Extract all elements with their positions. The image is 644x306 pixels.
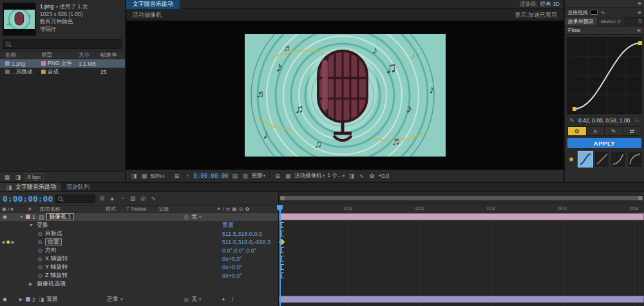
prop-label[interactable]: Z 轴旋转 — [45, 271, 68, 280]
edit-values-icon[interactable]: ✎ — [568, 117, 576, 124]
flow-curve-editor[interactable] — [567, 37, 641, 114]
layer-name-editbox[interactable]: 摄像机 1 — [46, 213, 74, 220]
prop-value[interactable]: 0x+0.0° — [222, 254, 242, 263]
prop-label[interactable]: 方向 — [45, 246, 57, 254]
project-item-row[interactable]: ...乐跳动 合成 25 — [0, 68, 125, 76]
prev-keyframe-icon[interactable]: ◀ — [1, 240, 5, 245]
next-keyframe-icon[interactable]: ▶ — [12, 240, 15, 245]
column-name[interactable]: 名称 — [0, 52, 41, 59]
draft-3d-icon[interactable]: ▲ — [108, 195, 116, 202]
prop-value[interactable]: 0.0°,0.0°,0.0° — [222, 246, 256, 254]
label-color-chip[interactable] — [41, 70, 46, 74]
current-time-display[interactable]: 0:00:00:00 — [3, 194, 53, 204]
navigator-end-handle[interactable] — [638, 196, 643, 200]
layer-label-chip[interactable] — [26, 215, 30, 219]
channels-icon[interactable]: ▦ — [140, 172, 148, 180]
bezier-values[interactable]: 0.42, 0.00, 0.58, 1.00 — [578, 117, 630, 124]
prop-row-z-rotation[interactable]: ⊙ Z 轴旋转 0x+0.0° — [0, 271, 278, 280]
panel-menu-icon[interactable]: ≡ — [637, 27, 641, 34]
column-rate[interactable]: 帧速率 — [100, 52, 125, 59]
camera-layer-bar[interactable] — [279, 213, 644, 220]
tab-render-queue[interactable]: 渲染队列 — [61, 183, 95, 191]
prop-label[interactable]: 目标点 — [45, 229, 62, 238]
video-column-icon[interactable]: ◉ — [2, 206, 7, 212]
time-navigator[interactable] — [279, 192, 644, 205]
navigator-bar[interactable] — [280, 196, 643, 200]
column-type[interactable]: 类型 — [41, 52, 79, 59]
reset-link[interactable]: 重置 — [222, 221, 234, 229]
group-label[interactable]: 摄像机选项 — [37, 280, 66, 288]
layer-name-column[interactable]: 图层名称 — [37, 206, 106, 213]
panel-menu-icon[interactable]: ≡ — [638, 9, 641, 16]
stopwatch-icon[interactable]: ⊙ — [36, 263, 44, 271]
current-time-indicator[interactable] — [279, 205, 281, 306]
prop-row-y-rotation[interactable]: ⊙ Y 轴旋转 0x+0.0° — [0, 263, 278, 271]
region-of-interest-icon[interactable]: ⊞ — [274, 172, 281, 180]
preset-thumb[interactable] — [611, 151, 626, 167]
timeline-search-input[interactable] — [55, 195, 95, 203]
frame-blend-icon[interactable]: ▥ — [129, 195, 137, 202]
resolution-menu[interactable]: 完整▾ — [252, 172, 266, 180]
mode-column[interactable]: 模式 — [106, 206, 126, 213]
pixel-aspect-icon[interactable]: ◨ — [347, 172, 355, 180]
magnification-menu[interactable]: 50%▾ — [151, 173, 165, 179]
composition-viewport[interactable]: ♪♫ ♫♪ ♪♩ ♪♫ ♬♬ ♪♬ — [126, 21, 564, 169]
stopwatch-icon[interactable]: ⊙ — [36, 255, 44, 263]
motion-blur-icon[interactable]: ◎ — [139, 195, 147, 202]
twirl-closed-icon[interactable]: ▶ — [19, 297, 23, 302]
renderer-value-button[interactable]: 经典 3D — [540, 1, 560, 8]
exposure-value[interactable]: +0.0 — [378, 173, 389, 179]
prop-row-position[interactable]: ◀ ◆ ▶ ⊙ 位置 511.5,318.0,-268.3 — [0, 238, 278, 246]
preset-thumb[interactable] — [594, 151, 610, 167]
prop-value[interactable]: 511.5,318.0,-268.3 — [222, 238, 270, 246]
parent-value[interactable]: 无 — [191, 295, 197, 303]
panel-menu-icon[interactable]: ≡ — [638, 17, 642, 26]
flow-settings-button[interactable]: ⚙ — [567, 126, 587, 136]
background-layer-bar[interactable] — [279, 296, 644, 303]
prop-label-selected[interactable]: 位置 — [45, 238, 62, 245]
layer-label-chip[interactable] — [26, 297, 30, 301]
interpret-footage-icon[interactable]: ▦ — [3, 173, 11, 181]
favorite-star-icon[interactable]: ☆ — [633, 117, 641, 124]
pickwhip-icon[interactable]: ◎ — [182, 296, 190, 303]
prop-label[interactable]: Y 轴旋转 — [45, 263, 68, 271]
prop-value[interactable]: 0x+0.0° — [222, 263, 242, 271]
flow-text-button[interactable]: A — [587, 126, 605, 136]
hide-shy-layers-icon[interactable]: ◔ — [118, 195, 126, 202]
twirl-open-icon[interactable]: ▼ — [29, 223, 33, 227]
column-size[interactable]: 大小 — [79, 52, 100, 59]
3d-view-menu[interactable]: 活动摄像机▾ — [294, 172, 325, 180]
prop-row-x-rotation[interactable]: ⊙ X 轴旋转 0x+0.0° — [0, 254, 278, 263]
chevron-down-icon[interactable]: ▾ — [56, 5, 59, 9]
apply-button[interactable]: APPLY — [567, 138, 641, 148]
prop-row-point-of-interest[interactable]: ⊙ 目标点 511.5,318.0,0.0 — [0, 229, 278, 238]
safe-zones-icon[interactable]: ⊞ — [173, 172, 181, 180]
viewer-timecode[interactable]: 0:00:00:00 — [194, 173, 229, 179]
trkmat-column[interactable]: T TrkMat — [126, 206, 158, 212]
prop-label[interactable]: X 轴旋转 — [45, 254, 68, 263]
parent-value[interactable]: 无 — [191, 213, 197, 221]
presets-star-icon[interactable]: ★ — [566, 155, 576, 164]
camera-options-group-row[interactable]: ▶ 摄像机选项 — [0, 280, 278, 288]
parent-column[interactable]: 父级 — [158, 206, 216, 213]
tab-composition-timeline[interactable]: ◨ 文字随音乐跳动 — [0, 183, 61, 191]
project-item-row[interactable]: 1.png PNG 文件 1.1 MB — [0, 59, 125, 68]
stopwatch-icon[interactable]: ⊙ — [36, 247, 44, 254]
new-folder-icon[interactable]: ◨ — [14, 173, 22, 181]
transparency-grid-icon[interactable]: ▦ — [284, 172, 292, 180]
flow-swap-button[interactable]: ⇄ — [623, 126, 642, 136]
view-layout-menu[interactable]: 1 个...▾ — [327, 172, 345, 180]
show-channel-icon[interactable]: ▥ — [242, 172, 249, 180]
navigator-start-handle[interactable] — [280, 196, 285, 200]
label-color-chip[interactable] — [41, 61, 46, 66]
twirl-open-icon[interactable]: ▼ — [19, 215, 24, 219]
snapshot-camera-icon[interactable]: ▤ — [231, 172, 239, 180]
project-search-input[interactable] — [3, 39, 122, 49]
solo-column-icon[interactable]: ● — [10, 206, 14, 212]
fast-previews-icon[interactable]: ∿ — [357, 172, 365, 180]
quality-switch-icon[interactable]: ✦ — [220, 296, 227, 303]
number-column[interactable]: # — [28, 206, 37, 212]
group-label[interactable]: 变换 — [37, 221, 48, 229]
layer-name[interactable]: 背景 — [46, 295, 58, 303]
comp-mini-flowchart-icon[interactable]: ⊞ — [98, 195, 106, 202]
